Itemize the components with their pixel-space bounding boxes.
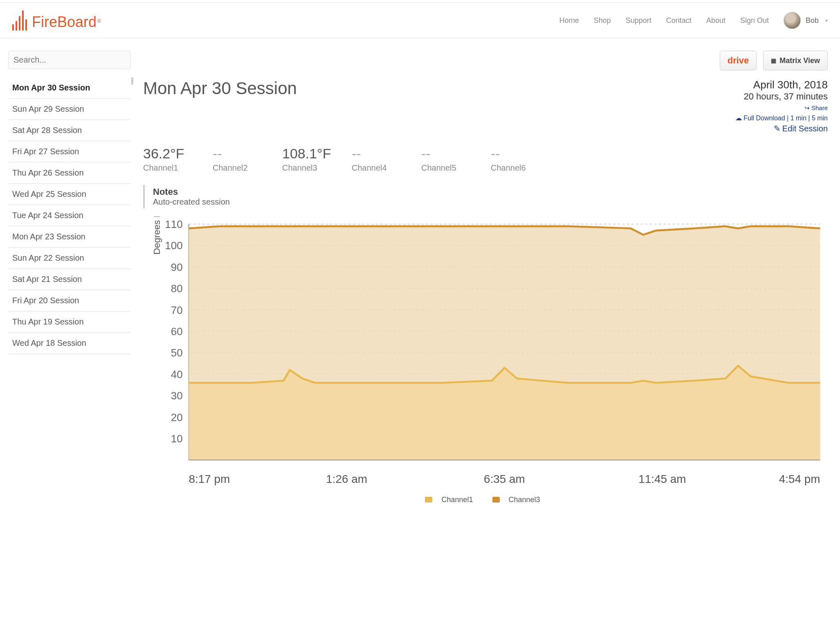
sidebar-session-item[interactable]: Tue Apr 24 Session bbox=[8, 205, 131, 226]
channel-readout: 108.1°FChannel3 bbox=[282, 146, 339, 173]
channel-label: Channel3 bbox=[282, 163, 339, 173]
registered-mark: ® bbox=[97, 18, 101, 24]
legend-channel1: Channel1 bbox=[425, 496, 478, 504]
sidebar-session-item[interactable]: Sat Apr 21 Session bbox=[8, 269, 131, 290]
legend-channel3: Channel3 bbox=[492, 496, 546, 504]
logo-bars-icon bbox=[12, 10, 27, 31]
svg-text:20: 20 bbox=[171, 411, 183, 424]
sidebar-session-item[interactable]: Mon Apr 30 Session bbox=[8, 77, 131, 99]
matrix-view-button[interactable]: ▦ Matrix View bbox=[763, 51, 828, 70]
chevron-down-icon: ▾ bbox=[825, 18, 828, 23]
channel-value: -- bbox=[491, 146, 548, 162]
channel-value: -- bbox=[352, 146, 409, 162]
svg-text:100: 100 bbox=[165, 239, 182, 252]
sidebar-session-item[interactable]: Wed Apr 25 Session bbox=[8, 184, 131, 205]
svg-text:30: 30 bbox=[171, 390, 183, 402]
nav-shop[interactable]: Shop bbox=[594, 16, 611, 25]
channel-readout: --Channel4 bbox=[352, 146, 409, 173]
sidebar-session-item[interactable]: Mon Apr 23 Session bbox=[8, 226, 131, 248]
channel-label: Channel5 bbox=[421, 163, 478, 173]
svg-text:80: 80 bbox=[171, 282, 183, 295]
channel-readout: --Channel2 bbox=[213, 146, 270, 173]
temperature-chart[interactable]: 102030405060708090100110Degrees F8:17 pm… bbox=[143, 216, 828, 491]
svg-text:40: 40 bbox=[171, 368, 183, 381]
channel-value: 36.2°F bbox=[143, 146, 200, 162]
channel-readout: 36.2°FChannel1 bbox=[143, 146, 200, 173]
notes-block: Notes Auto-created session bbox=[143, 185, 828, 208]
channel-readout: --Channel6 bbox=[491, 146, 548, 173]
cloud-download-icon: ☁ bbox=[735, 115, 742, 122]
channel-label: Channel4 bbox=[352, 163, 409, 173]
edit-session-link[interactable]: ✎Edit Session bbox=[774, 124, 828, 133]
avatar bbox=[784, 12, 801, 29]
user-name: Bob bbox=[806, 16, 819, 25]
svg-text:10: 10 bbox=[171, 433, 183, 445]
svg-text:90: 90 bbox=[171, 261, 183, 273]
user-menu[interactable]: Bob ▾ bbox=[784, 12, 828, 29]
session-date: April 30th, 2018 bbox=[735, 79, 828, 91]
channel-label: Channel6 bbox=[491, 163, 548, 173]
session-title: Mon Apr 30 Session bbox=[143, 79, 297, 98]
full-download-link[interactable]: ☁Full Download bbox=[735, 115, 785, 122]
brand-text: FireBoard bbox=[32, 14, 97, 31]
channel-readouts: 36.2°FChannel1--Channel2108.1°FChannel3-… bbox=[143, 146, 828, 173]
sidebar-session-item[interactable]: Sat Apr 28 Session bbox=[8, 120, 131, 141]
channel-label: Channel1 bbox=[143, 163, 200, 173]
brand-logo[interactable]: FireBoard ® bbox=[12, 10, 100, 31]
search-input[interactable] bbox=[8, 51, 131, 69]
nav-contact[interactable]: Contact bbox=[666, 16, 692, 25]
svg-text:70: 70 bbox=[171, 304, 183, 316]
sidebar-session-item[interactable]: Sun Apr 29 Session bbox=[8, 99, 131, 120]
drive-button[interactable]: drive bbox=[720, 51, 757, 70]
sidebar-session-item[interactable]: Sun Apr 22 Session bbox=[8, 248, 131, 269]
matrix-view-label: Matrix View bbox=[779, 56, 820, 65]
svg-text:4:54 pm: 4:54 pm bbox=[779, 473, 820, 485]
sidebar-session-item[interactable]: Fri Apr 20 Session bbox=[8, 290, 131, 311]
sidebar-session-item[interactable]: Wed Apr 18 Session bbox=[8, 333, 131, 354]
channel-value: -- bbox=[213, 146, 270, 162]
svg-text:8:17 pm: 8:17 pm bbox=[189, 473, 230, 485]
share-icon: ↪ bbox=[804, 104, 810, 111]
svg-text:110: 110 bbox=[165, 218, 182, 230]
svg-text:50: 50 bbox=[171, 347, 183, 359]
download-1min-link[interactable]: 1 min bbox=[791, 115, 806, 122]
notes-title: Notes bbox=[153, 187, 828, 197]
channel-label: Channel2 bbox=[213, 163, 270, 173]
svg-text:11:45 am: 11:45 am bbox=[638, 473, 686, 485]
session-list: Mon Apr 30 SessionSun Apr 29 SessionSat … bbox=[8, 77, 131, 354]
svg-text:1:26 am: 1:26 am bbox=[326, 473, 367, 485]
download-5min-link[interactable]: 5 min bbox=[812, 115, 828, 122]
sidebar-session-item[interactable]: Thu Apr 26 Session bbox=[8, 162, 131, 184]
nav-support[interactable]: Support bbox=[626, 16, 651, 25]
grid-icon: ▦ bbox=[771, 57, 776, 64]
share-link[interactable]: ↪Share bbox=[804, 104, 828, 111]
channel-readout: --Channel5 bbox=[421, 146, 478, 173]
nav-signout[interactable]: Sign Out bbox=[740, 16, 769, 25]
svg-text:6:35 am: 6:35 am bbox=[484, 473, 525, 485]
notes-body: Auto-created session bbox=[153, 197, 828, 207]
pencil-icon: ✎ bbox=[774, 124, 781, 133]
nav-about[interactable]: About bbox=[706, 16, 725, 25]
svg-text:60: 60 bbox=[171, 325, 183, 338]
nav-home[interactable]: Home bbox=[559, 16, 579, 25]
session-duration: 20 hours, 37 minutes bbox=[735, 91, 828, 102]
svg-text:Degrees F: Degrees F bbox=[152, 216, 162, 255]
sidebar-session-item[interactable]: Fri Apr 27 Session bbox=[8, 141, 131, 162]
sidebar-session-item[interactable]: Thu Apr 19 Session bbox=[8, 311, 131, 333]
channel-value: 108.1°F bbox=[282, 146, 339, 162]
channel-value: -- bbox=[421, 146, 478, 162]
